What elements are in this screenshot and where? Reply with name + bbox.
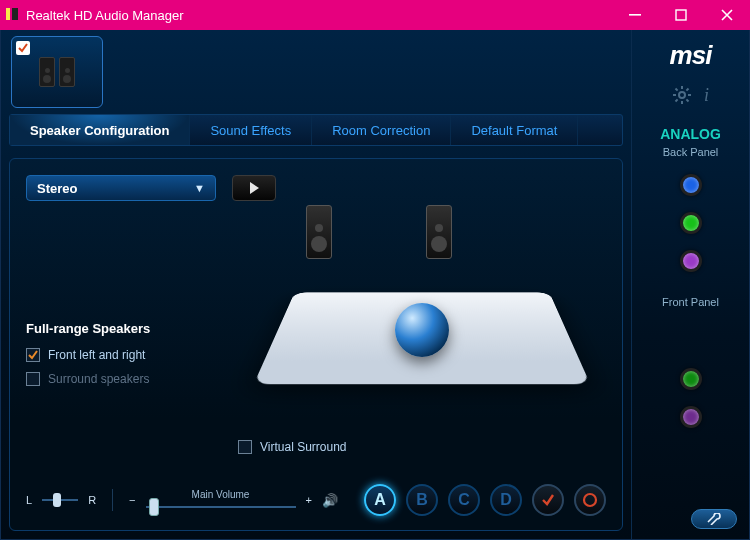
- divider: [112, 489, 113, 511]
- svg-line-13: [675, 99, 677, 101]
- main-volume-slider[interactable]: [146, 502, 296, 512]
- connector-settings-button[interactable]: [691, 509, 737, 529]
- minimize-button[interactable]: [612, 0, 658, 30]
- front-panel-label: Front Panel: [662, 296, 719, 308]
- vol-plus-label: +: [306, 494, 312, 506]
- svg-rect-3: [676, 10, 686, 20]
- maximize-button[interactable]: [658, 0, 704, 30]
- preset-button-b[interactable]: B: [406, 484, 438, 516]
- svg-rect-2: [629, 14, 641, 16]
- cancel-button[interactable]: [574, 484, 606, 516]
- play-icon: [247, 181, 261, 195]
- speaker-icon[interactable]: 🔊: [322, 493, 338, 508]
- vol-minus-label: −: [129, 494, 135, 506]
- mini-speaker-icon: [39, 57, 55, 87]
- tab-room-correction[interactable]: Room Correction: [312, 115, 451, 145]
- checkbox-virtual-surround[interactable]: Virtual Surround: [238, 440, 347, 454]
- tab-speaker-configuration[interactable]: Speaker Configuration: [10, 115, 190, 145]
- analog-section-label: ANALOG: [660, 126, 721, 142]
- checkbox-label: Virtual Surround: [260, 440, 347, 454]
- stage-listener-orb: [395, 303, 449, 357]
- checkbox-icon: [238, 440, 252, 454]
- preset-button-d[interactable]: D: [490, 484, 522, 516]
- preset-button-c[interactable]: C: [448, 484, 480, 516]
- checkmark-icon: [540, 492, 556, 508]
- back-panel-label: Back Panel: [663, 146, 719, 158]
- svg-line-12: [686, 99, 688, 101]
- preset-button-a[interactable]: A: [364, 484, 396, 516]
- bottom-controls: L R − Main Volume + 🔊: [26, 478, 606, 522]
- checkbox-front-left-right[interactable]: Front left and right: [26, 348, 216, 362]
- checkbox-label: Surround speakers: [48, 372, 149, 386]
- app-icon: [0, 6, 24, 25]
- balance-slider[interactable]: [42, 495, 78, 505]
- line-out-jack[interactable]: [680, 212, 702, 234]
- svg-line-11: [675, 89, 677, 91]
- tab-strip: Speaker Configuration Sound Effects Room…: [9, 114, 623, 146]
- test-play-button[interactable]: [232, 175, 276, 201]
- speaker-stage-visual: Virtual Surround: [238, 201, 606, 468]
- checkmark-icon: [16, 41, 30, 55]
- tab-default-format[interactable]: Default Format: [451, 115, 578, 145]
- wrench-icon: [706, 513, 722, 525]
- full-range-heading: Full-range Speakers: [26, 321, 216, 336]
- cancel-icon: [582, 492, 598, 508]
- speaker-configuration-panel: Stereo ▼ Full-range Speakers Front left …: [9, 158, 623, 531]
- checkbox-label: Front left and right: [48, 348, 145, 362]
- info-icon[interactable]: i: [704, 85, 709, 110]
- balance-left-label: L: [26, 494, 32, 506]
- svg-point-6: [679, 92, 685, 98]
- svg-line-14: [686, 89, 688, 91]
- checkbox-icon: [26, 348, 40, 362]
- brand-logo: msi: [670, 40, 712, 71]
- settings-gear-icon[interactable]: [672, 85, 692, 110]
- apply-button[interactable]: [532, 484, 564, 516]
- side-panel: msi i ANALOG Back Panel Front Panel: [631, 30, 749, 539]
- stage-speaker-left[interactable]: [306, 205, 332, 259]
- speaker-mode-value: Stereo: [37, 181, 77, 196]
- mini-speaker-icon: [59, 57, 75, 87]
- checkbox-surround-speakers[interactable]: Surround speakers: [26, 372, 216, 386]
- svg-rect-1: [12, 8, 18, 20]
- balance-right-label: R: [88, 494, 96, 506]
- mic-jack[interactable]: [680, 250, 702, 272]
- device-tab-speakers[interactable]: [11, 36, 103, 108]
- front-mic-jack[interactable]: [680, 406, 702, 428]
- checkbox-icon: [26, 372, 40, 386]
- svg-point-5: [584, 494, 596, 506]
- stage-speaker-right[interactable]: [426, 205, 452, 259]
- tab-sound-effects[interactable]: Sound Effects: [190, 115, 312, 145]
- speaker-mode-dropdown[interactable]: Stereo ▼: [26, 175, 216, 201]
- front-headphone-jack[interactable]: [680, 368, 702, 390]
- window-titlebar: Realtek HD Audio Manager: [0, 0, 750, 30]
- line-in-jack[interactable]: [680, 174, 702, 196]
- main-volume-label: Main Volume: [192, 489, 250, 500]
- window-title: Realtek HD Audio Manager: [24, 8, 612, 23]
- chevron-down-icon: ▼: [194, 182, 205, 194]
- close-button[interactable]: [704, 0, 750, 30]
